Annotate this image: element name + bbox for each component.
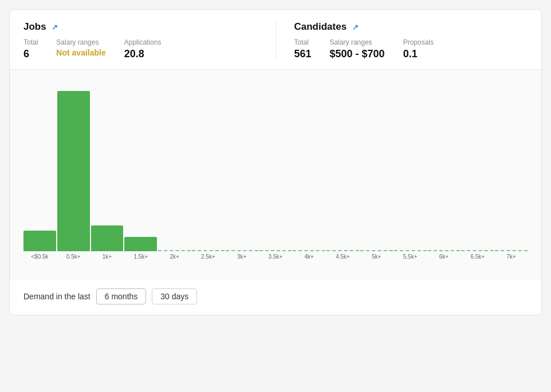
candidates-total: Total 561 [294,38,312,60]
bar-group: 6.5k+ [461,81,494,260]
jobs-salary-value: Not available [56,48,105,57]
bar-group: 5.5k+ [394,81,427,260]
bar [226,250,258,251]
bar-label: <$0.5k [31,254,48,260]
candidates-title-text: Candidates [294,21,347,33]
jobs-applications-label: Applications [124,38,162,46]
candidates-external-link-icon[interactable]: ↗ [350,22,360,32]
bar-group: 1k+ [91,81,124,260]
bars-container: <$0.5k0.5k+1k+1.5k+2k+2.5k+3k+3.5k+4k+4.… [23,81,528,260]
chart-area: <$0.5k0.5k+1k+1.5k+2k+2.5k+3k+3.5k+4k+4.… [10,70,541,280]
demand-label: Demand in the last [23,292,90,301]
bar-label: 4.5k+ [336,254,350,260]
bar-group: <$0.5k [23,81,56,260]
bar [293,250,325,251]
demand-row: Demand in the last 6 months 30 days [10,280,541,315]
jobs-salary: Salary ranges Not available [56,38,105,60]
bar [428,250,461,251]
candidates-salary-value: $500 - $700 [330,48,385,60]
bar-label: 3.5k+ [269,254,283,260]
bar-group: 7k+ [495,81,528,260]
bar-label: 2.5k+ [201,254,215,260]
candidates-salary-label: Salary ranges [330,38,385,46]
jobs-salary-label: Salary ranges [56,38,105,46]
candidates-proposals-label: Proposals [403,38,434,46]
bar-group: 0.5k+ [57,81,90,260]
bar [360,250,393,251]
bar-group: 4k+ [293,81,325,260]
main-container: Jobs ↗ Total 6 Salary ranges Not availab… [9,9,542,315]
bar-label: 5.5k+ [403,254,418,260]
bar [326,250,359,251]
bar [158,250,191,251]
bar-label: 2k+ [170,254,179,260]
bar [192,250,225,251]
demand-30days-button[interactable]: 30 days [152,288,197,304]
candidates-stats-cols: Total 561 Salary ranges $500 - $700 Prop… [294,38,528,60]
bar [495,250,528,251]
bar-label: 6k+ [439,254,448,260]
jobs-external-link-icon[interactable]: ↗ [50,22,60,32]
candidates-proposals: Proposals 0.1 [403,38,434,60]
bar-group: 1.5k+ [124,81,157,260]
bar-group: 2.5k+ [192,81,225,260]
bar-group: 5k+ [360,81,393,260]
candidates-total-label: Total [294,38,312,46]
bar-label: 7k+ [506,254,515,260]
demand-6months-button[interactable]: 6 months [96,288,147,304]
candidates-section: Candidates ↗ Total 561 Salary ranges $50… [276,21,528,60]
jobs-total: Total 6 [23,38,38,60]
jobs-applications-value: 20.8 [124,48,162,60]
bar-group: 6k+ [428,81,461,260]
bar-group: 3k+ [226,81,258,260]
candidates-title: Candidates ↗ [294,21,528,33]
bar [91,225,124,251]
bar [124,237,157,251]
bar-label: 6.5k+ [470,254,485,260]
jobs-applications: Applications 20.8 [124,38,162,60]
chart-wrapper: <$0.5k0.5k+1k+1.5k+2k+2.5k+3k+3.5k+4k+4.… [23,81,528,276]
bar-label: 0.5k+ [66,254,81,260]
bar [259,250,292,251]
candidates-total-value: 561 [294,48,312,60]
jobs-title-text: Jobs [23,21,46,33]
bar [23,231,56,251]
jobs-total-value: 6 [23,48,38,60]
jobs-total-label: Total [23,38,38,46]
bar-group: 4.5k+ [326,81,359,260]
bar-label: 1k+ [103,254,112,260]
bar [394,250,427,251]
candidates-proposals-value: 0.1 [403,48,434,60]
bar-label: 1.5k+ [133,254,148,260]
bar-label: 4k+ [305,254,314,260]
bar [461,250,494,251]
jobs-section: Jobs ↗ Total 6 Salary ranges Not availab… [23,21,257,60]
bar-group: 3.5k+ [259,81,292,260]
stats-row: Jobs ↗ Total 6 Salary ranges Not availab… [10,10,541,70]
candidates-salary: Salary ranges $500 - $700 [330,38,385,60]
bar-label: 5k+ [372,254,381,260]
jobs-title: Jobs ↗ [23,21,257,33]
bar [57,91,90,251]
jobs-stats-cols: Total 6 Salary ranges Not available Appl… [23,38,257,60]
bar-label: 3k+ [237,254,246,260]
bar-group: 2k+ [158,81,191,260]
